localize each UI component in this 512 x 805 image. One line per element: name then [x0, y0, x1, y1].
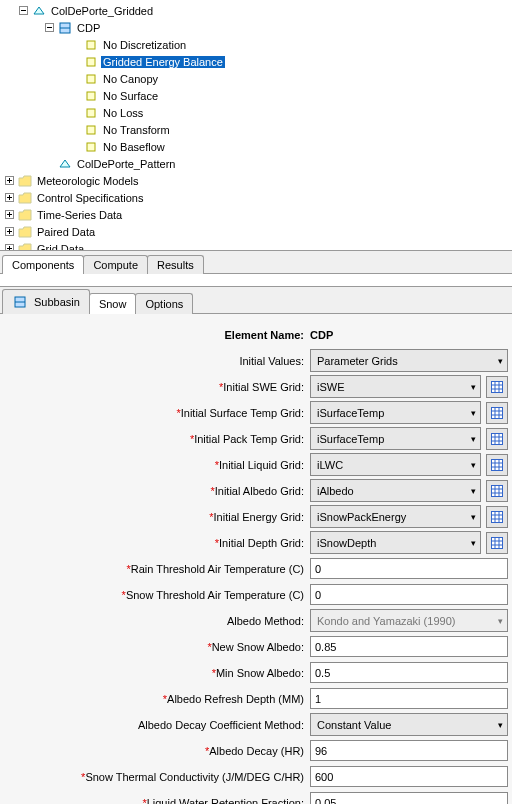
grid-selector-button[interactable] [486, 428, 508, 450]
form-label: *Initial Liquid Grid: [4, 459, 310, 471]
tree-folder-pd[interactable]: Paired Data [4, 223, 512, 240]
collapse-icon[interactable] [18, 5, 29, 16]
text-input[interactable]: 96 [310, 740, 508, 761]
form-label: Albedo Method: [4, 615, 310, 627]
form-label: Initial Values: [4, 355, 310, 367]
tree-label: Time-Series Data [35, 209, 124, 221]
leaf-icon [83, 105, 99, 121]
dropdown[interactable]: iSurfaceTemp▾ [310, 401, 481, 424]
tree-label: Meteorologic Models [35, 175, 141, 187]
dropdown[interactable]: iSWE▾ [310, 375, 481, 398]
tree-leaf-transform[interactable]: No Transform [4, 121, 512, 138]
text-input[interactable]: 0 [310, 584, 508, 605]
expand-icon[interactable] [4, 243, 15, 251]
folder-icon [17, 173, 33, 189]
form-label: *Albedo Decay (HR) [4, 745, 310, 757]
tree-label: No Discretization [101, 39, 188, 51]
value-element-name: CDP [310, 329, 333, 341]
form-label: *Initial SWE Grid: [4, 381, 310, 393]
chevron-down-icon: ▾ [471, 382, 476, 392]
tree-leaf-surface[interactable]: No Surface [4, 87, 512, 104]
tree-leaf-energy-balance[interactable]: Gridded Energy Balance [4, 53, 512, 70]
dropdown-value: iSurfaceTemp [317, 407, 384, 419]
chevron-down-icon: ▾ [471, 512, 476, 522]
grid-selector-button[interactable] [486, 376, 508, 398]
label-element-name: Element Name: [4, 329, 310, 341]
subtab-subbasin[interactable]: Subbasin [2, 289, 90, 314]
dropdown[interactable]: Constant Value▾ [310, 713, 508, 736]
form-row: *Snow Thermal Conductivity (J/M/DEG C/HR… [4, 766, 508, 787]
tab-compute[interactable]: Compute [83, 255, 148, 274]
tree-folder-cs[interactable]: Control Specifications [4, 189, 512, 206]
subtab-label: Snow [99, 298, 127, 310]
tree-node-cdp[interactable]: CDP [4, 19, 512, 36]
dropdown[interactable]: iSnowDepth▾ [310, 531, 481, 554]
folder-icon [17, 190, 33, 206]
tree-folder-ts[interactable]: Time-Series Data [4, 206, 512, 223]
form-row: Albedo Method:Kondo and Yamazaki (1990)▾ [4, 610, 508, 631]
tree-node-pattern[interactable]: ColDePorte_Pattern [4, 155, 512, 172]
dropdown-value: Parameter Grids [317, 355, 398, 367]
grid-selector-button[interactable] [486, 402, 508, 424]
svg-rect-10 [87, 109, 95, 117]
form-row: *Albedo Refresh Depth (MM)1 [4, 688, 508, 709]
tree-leaf-baseflow[interactable]: No Baseflow [4, 138, 512, 155]
form-row: *Initial Depth Grid:iSnowDepth▾ [4, 532, 508, 553]
dropdown[interactable]: iAlbedo▾ [310, 479, 481, 502]
text-input[interactable]: 0.85 [310, 636, 508, 657]
grid-selector-button[interactable] [486, 454, 508, 476]
svg-rect-45 [492, 459, 503, 470]
collapse-icon[interactable] [44, 22, 55, 33]
subtab-options[interactable]: Options [135, 293, 193, 314]
text-input[interactable]: 1 [310, 688, 508, 709]
tree-folder-met[interactable]: Meteorologic Models [4, 172, 512, 189]
text-input[interactable]: 0.05 [310, 792, 508, 804]
tree-folder-gd[interactable]: Grid Data [4, 240, 512, 251]
folder-icon [17, 241, 33, 252]
form-row: *Initial SWE Grid:iSWE▾ [4, 376, 508, 397]
tree-label: No Canopy [101, 73, 160, 85]
expand-icon[interactable] [4, 192, 15, 203]
dropdown[interactable]: iSurfaceTemp▾ [310, 427, 481, 450]
tree-label: CDP [75, 22, 102, 34]
tree-leaf-canopy[interactable]: No Canopy [4, 70, 512, 87]
svg-rect-7 [87, 58, 95, 66]
dropdown[interactable]: Parameter Grids▾ [310, 349, 508, 372]
expand-icon[interactable] [4, 175, 15, 186]
dropdown[interactable]: iSnowPackEnergy▾ [310, 505, 481, 528]
subtab-snow[interactable]: Snow [89, 293, 137, 314]
svg-rect-12 [87, 143, 95, 151]
tab-label: Results [157, 259, 194, 271]
chevron-down-icon: ▾ [471, 434, 476, 444]
form-row: *Initial Albedo Grid:iAlbedo▾ [4, 480, 508, 501]
tree-label: ColDePorte_Gridded [49, 5, 155, 17]
form-row: *New Snow Albedo:0.85 [4, 636, 508, 657]
dropdown-value: Constant Value [317, 719, 391, 731]
grid-icon [491, 459, 503, 471]
tree-node-root[interactable]: ColDePorte_Gridded [4, 2, 512, 19]
basin-icon [31, 3, 47, 19]
grid-selector-button[interactable] [486, 506, 508, 528]
tree-leaf-discretization[interactable]: No Discretization [4, 36, 512, 53]
expand-icon[interactable] [4, 209, 15, 220]
svg-rect-35 [492, 407, 503, 418]
text-input[interactable]: 0 [310, 558, 508, 579]
form-label: Albedo Decay Coefficient Method: [4, 719, 310, 731]
chevron-down-icon: ▾ [498, 616, 503, 626]
text-input[interactable]: 600 [310, 766, 508, 787]
form-label: *Initial Surface Temp Grid: [4, 407, 310, 419]
form-row: *Min Snow Albedo:0.5 [4, 662, 508, 683]
text-input[interactable]: 0.5 [310, 662, 508, 683]
tree-label: No Transform [101, 124, 172, 136]
form-label: *Liquid Water Retention Fraction: [4, 797, 310, 805]
subbasin-icon [57, 20, 73, 36]
grid-selector-button[interactable] [486, 532, 508, 554]
tree-leaf-loss[interactable]: No Loss [4, 104, 512, 121]
form-row: *Snow Threshold Air Temperature (C)0 [4, 584, 508, 605]
expand-icon[interactable] [4, 226, 15, 237]
tab-results[interactable]: Results [147, 255, 204, 274]
grid-selector-button[interactable] [486, 480, 508, 502]
tree-panel: ColDePorte_Gridded CDP No Discretization… [0, 0, 512, 251]
dropdown[interactable]: iLWC▾ [310, 453, 481, 476]
tab-components[interactable]: Components [2, 255, 84, 274]
